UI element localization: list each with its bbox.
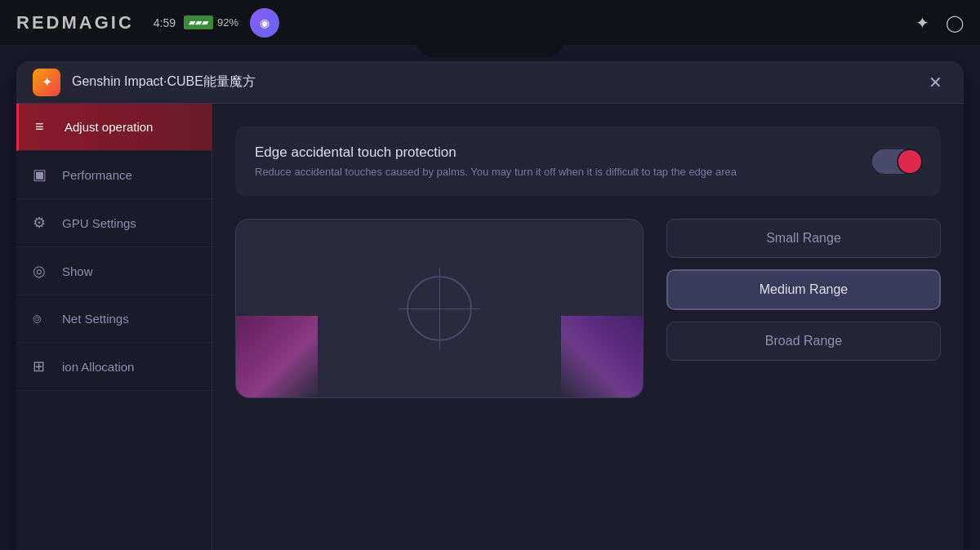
app-titlebar: ✦ Genshin Impact·CUBE能量魔方 ✕ <box>16 61 964 104</box>
toggle-track <box>872 149 921 174</box>
crosshair <box>407 276 472 341</box>
range-buttons: Small Range Medium Range Broad Range <box>666 219 941 361</box>
sidebar-label-net: Net Settings <box>62 312 129 326</box>
protection-text: Edge accidental touch protection Reduce … <box>255 144 872 178</box>
broad-range-button[interactable]: Broad Range <box>666 322 941 361</box>
edge-protection-toggle[interactable] <box>872 149 921 174</box>
sidebar: ≡ Adjust operation ▣ Performance ⚙ GPU S… <box>16 104 212 550</box>
protection-description: Reduce accidental touches caused by palm… <box>255 166 872 178</box>
sidebar-item-gpu-settings[interactable]: ⚙ GPU Settings <box>16 199 212 247</box>
sidebar-label-adjust: Adjust operation <box>65 120 153 134</box>
content-area: ≡ Adjust operation ▣ Performance ⚙ GPU S… <box>16 104 964 550</box>
sidebar-item-adjust-operation[interactable]: ≡ Adjust operation <box>16 104 212 151</box>
status-bar: REDMAGIC 4:59 ▰▰▰ 92% ◉ ✦ ◯ <box>0 0 980 45</box>
medium-range-button[interactable]: Medium Range <box>666 269 941 310</box>
close-button[interactable]: ✕ <box>923 70 947 95</box>
toggle-thumb <box>897 149 923 175</box>
crosshair-vertical <box>439 268 440 349</box>
range-area: Small Range Medium Range Broad Range <box>235 219 941 398</box>
adjust-icon: ≡ <box>35 118 53 135</box>
sidebar-label-performance: Performance <box>62 168 132 182</box>
battery-indicator: ▰▰▰ 92% <box>184 16 238 29</box>
profile-icon[interactable]: ◯ <box>946 13 964 33</box>
sidebar-label-show: Show <box>62 264 93 278</box>
gamepad-icon[interactable]: ✦ <box>915 13 929 33</box>
corner-right-highlight <box>561 316 643 397</box>
sidebar-label-allocation: ion Allocation <box>62 360 134 374</box>
sidebar-item-ion-allocation[interactable]: ⊞ ion Allocation <box>16 343 212 391</box>
show-icon: ◎ <box>33 262 51 280</box>
status-time: 4:59 <box>154 16 176 29</box>
main-content: Edge accidental touch protection Reduce … <box>212 104 964 550</box>
app-icon: ✦ <box>33 69 60 96</box>
app-panel: ✦ Genshin Impact·CUBE能量魔方 ✕ ≡ Adjust ope… <box>16 61 964 550</box>
sidebar-label-gpu: GPU Settings <box>62 216 136 230</box>
user-avatar[interactable]: ◉ <box>250 8 279 38</box>
phone-preview <box>235 219 644 398</box>
sidebar-item-net-settings[interactable]: ⌾ Net Settings <box>16 295 212 343</box>
gpu-icon: ⚙ <box>33 214 51 232</box>
net-icon: ⌾ <box>33 310 51 327</box>
performance-icon: ▣ <box>33 166 51 184</box>
corner-left-highlight <box>236 316 318 397</box>
small-range-button[interactable]: Small Range <box>666 219 941 258</box>
phone-preview-inner <box>236 220 643 397</box>
sidebar-item-show[interactable]: ◎ Show <box>16 247 212 295</box>
edge-protection-card: Edge accidental touch protection Reduce … <box>235 126 941 196</box>
protection-title: Edge accidental touch protection <box>255 144 872 161</box>
allocation-icon: ⊞ <box>33 357 51 375</box>
battery-percentage: 92% <box>217 16 238 29</box>
notch <box>416 33 564 57</box>
app-title: Genshin Impact·CUBE能量魔方 <box>72 73 256 91</box>
battery-icon: ▰▰▰ <box>184 16 213 29</box>
status-right-icons: ✦ ◯ <box>915 13 964 33</box>
sidebar-item-performance[interactable]: ▣ Performance <box>16 151 212 199</box>
redmagic-logo: REDMAGIC <box>16 12 134 33</box>
